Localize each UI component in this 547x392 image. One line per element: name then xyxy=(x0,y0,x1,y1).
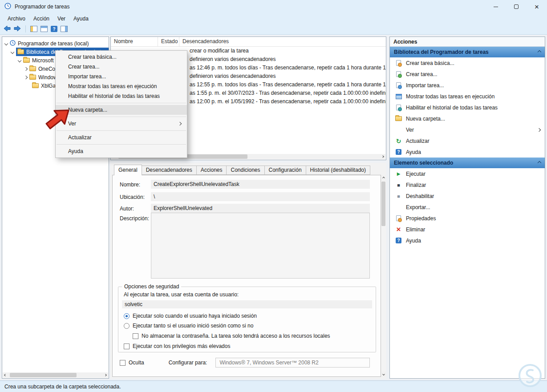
radio-selected-icon[interactable] xyxy=(124,313,130,319)
tab-configuracion[interactable]: Configuración xyxy=(264,166,306,175)
configure-for-dropdown[interactable]: Windows® 7, Windows Server™ 2008 R2 xyxy=(215,358,370,368)
titlebar: Programador de tareas xyxy=(0,0,547,13)
action-propiedades[interactable]: Propiedades xyxy=(390,213,545,224)
expander-down-icon[interactable] xyxy=(11,50,14,53)
action-finalizar[interactable]: Finalizar xyxy=(390,179,545,190)
submenu-chevron-icon xyxy=(178,122,182,125)
expander-right-icon[interactable] xyxy=(24,75,28,79)
checkbox-icon[interactable] xyxy=(124,344,130,349)
scroll-up-button[interactable] xyxy=(381,175,386,181)
user-account-field[interactable]: solvetic xyxy=(122,300,372,308)
tab-acciones[interactable]: Acciones xyxy=(196,166,227,175)
status-text: Crea una subcarpeta de la carpeta selecc… xyxy=(4,384,121,390)
radio-run-logged-on[interactable]: Ejecutar solo cuando el usuario haya ini… xyxy=(124,313,257,319)
scroll-up-icon xyxy=(382,177,385,179)
ctx-importar-tarea[interactable]: Importar tarea... xyxy=(56,72,187,81)
scroll-left-button[interactable] xyxy=(3,372,8,378)
minimize-button[interactable] xyxy=(486,0,506,13)
scroll-track[interactable] xyxy=(381,181,386,372)
column-header-desencadenadores[interactable]: Desencadenadores xyxy=(179,37,386,46)
expander-down-icon[interactable] xyxy=(18,58,21,62)
radio-run-whether-logged[interactable]: Ejecutar tanto si el usuario inició sesi… xyxy=(124,323,253,329)
ctx-ver[interactable]: Ver xyxy=(56,119,187,129)
console-tree-toggle-icon[interactable] xyxy=(30,26,37,32)
action-exportar[interactable]: Exportar... xyxy=(390,202,545,213)
checkbox-no-store-password[interactable]: No almacenar la contraseña. La tarea sol… xyxy=(133,333,330,339)
ctx-crear-tarea-basica[interactable]: Crear tarea básica... xyxy=(56,52,187,62)
menubar: Archivo Acción Ver Ayuda xyxy=(0,13,547,24)
tab-historial[interactable]: Historial (deshabilitado) xyxy=(306,166,370,175)
action-deshabilitar[interactable]: Deshabilitar xyxy=(390,190,545,202)
expander-down-icon[interactable] xyxy=(4,41,8,45)
scroll-down-button[interactable] xyxy=(381,372,386,377)
menu-ver[interactable]: Ver xyxy=(53,14,69,23)
checkbox-icon[interactable] xyxy=(133,333,138,339)
library-folder-icon xyxy=(17,49,24,54)
action-ver[interactable]: Ver xyxy=(390,124,545,135)
name-field[interactable]: CreateExplorerShellUnelevatedTask xyxy=(151,180,370,189)
help-toolbar-icon[interactable] xyxy=(51,26,57,32)
ctx-crear-tarea[interactable]: Crear tarea... xyxy=(56,62,187,72)
tab-desencadenadores[interactable]: Desencadenadores xyxy=(142,166,197,175)
scroll-right-button[interactable] xyxy=(380,154,385,159)
maximize-button[interactable] xyxy=(506,0,527,13)
run-as-label: Al ejecutar la tarea, usar esta cuenta d… xyxy=(124,291,239,298)
ctx-mostrar-tareas[interactable]: Mostrar todas las tareas en ejecución xyxy=(56,81,187,91)
column-header-nombre[interactable]: Nombre xyxy=(111,37,158,46)
ctx-ayuda[interactable]: Ayuda xyxy=(56,146,187,156)
checkbox-highest-privileges[interactable]: Ejecutar con los privilegios más elevado… xyxy=(124,343,230,349)
ctx-actualizar[interactable]: Actualizar xyxy=(56,133,187,142)
ctx-nueva-carpeta[interactable]: Nueva carpeta... xyxy=(56,105,187,115)
context-menu: Crear tarea básica... Crear tarea... Imp… xyxy=(55,50,187,158)
tree-horizontal-scrollbar[interactable] xyxy=(3,372,108,378)
library-section-header[interactable]: Biblioteca del Programador de tareas xyxy=(390,47,545,57)
expander-right-icon[interactable] xyxy=(24,67,28,70)
action-importar-tarea[interactable]: Importar tarea... xyxy=(390,80,545,91)
column-header-estado[interactable]: Estado xyxy=(158,37,179,46)
action-eliminar[interactable]: Eliminar xyxy=(390,224,545,235)
menu-archivo[interactable]: Archivo xyxy=(4,14,29,23)
selected-item-section-header[interactable]: Elemento seleccionado xyxy=(390,158,545,168)
properties-icon xyxy=(395,215,402,222)
action-label: Crear tarea básica... xyxy=(406,60,454,66)
list-view-icon[interactable] xyxy=(41,26,48,32)
help-icon xyxy=(395,237,402,244)
collapse-icon[interactable] xyxy=(538,50,541,54)
action-mostrar-tareas[interactable]: Mostrar todas las tareas en ejecución xyxy=(390,91,545,102)
action-ayuda[interactable]: Ayuda xyxy=(390,146,545,158)
tab-condiciones[interactable]: Condiciones xyxy=(226,166,264,175)
action-ejecutar[interactable]: Ejecutar xyxy=(390,168,545,179)
action-nueva-carpeta[interactable]: Nueva carpeta... xyxy=(390,113,545,124)
location-field[interactable]: \ xyxy=(151,192,370,201)
action-habilitar-historial[interactable]: Habilitar el historial de todas las tare… xyxy=(390,102,545,113)
author-field[interactable]: ExplorerShellUnelevated xyxy=(151,204,370,213)
action-actualizar[interactable]: Actualizar xyxy=(390,135,545,146)
forward-button[interactable] xyxy=(14,25,21,33)
collapse-icon[interactable] xyxy=(538,161,541,165)
tab-general[interactable]: General xyxy=(114,165,142,175)
action-pane-toggle-icon[interactable] xyxy=(61,26,68,32)
back-button[interactable] xyxy=(4,25,11,33)
action-label: Ejecutar xyxy=(406,171,425,177)
general-tab-page: Nombre: CreateExplorerShellUnelevatedTas… xyxy=(112,175,381,377)
radio-icon[interactable] xyxy=(124,323,130,329)
tree-item-scheduler-root[interactable]: Programador de tareas (local) xyxy=(2,39,109,48)
action-crear-tarea-basica[interactable]: Crear tarea básica... xyxy=(390,57,545,69)
close-button[interactable] xyxy=(527,0,547,13)
details-vertical-scrollbar[interactable] xyxy=(381,175,386,377)
window-controls xyxy=(486,0,547,13)
action-crear-tarea[interactable]: Crear tarea... xyxy=(390,69,545,80)
scroll-thumb[interactable] xyxy=(381,182,385,226)
ctx-habilitar-historial[interactable]: Habilitar el historial de todas las tare… xyxy=(56,91,187,101)
action-label: Finalizar xyxy=(406,182,426,188)
scroll-thumb[interactable] xyxy=(10,373,77,377)
end-icon xyxy=(395,182,402,188)
scroll-track[interactable] xyxy=(8,372,103,378)
action-label: Exportar... xyxy=(406,204,430,210)
menu-ayuda[interactable]: Ayuda xyxy=(69,14,93,23)
scroll-right-button[interactable] xyxy=(103,372,108,378)
hidden-checkbox[interactable] xyxy=(120,360,126,366)
menu-accion[interactable]: Acción xyxy=(29,14,53,23)
description-field[interactable] xyxy=(151,213,370,279)
action-ayuda-selected[interactable]: Ayuda xyxy=(390,235,545,246)
